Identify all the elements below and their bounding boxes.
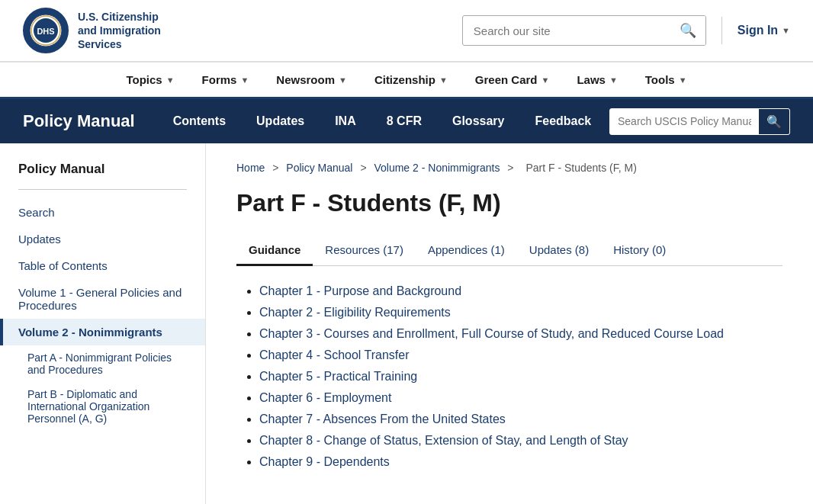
policy-bar-nav: Contents Updates INA 8 CFR Glossary Feed…	[158, 101, 607, 142]
breadcrumb-policy-manual[interactable]: Policy Manual	[286, 162, 352, 174]
tab-history[interactable]: History (0)	[601, 236, 678, 266]
chapter-list: Chapter 1 - Purpose and Background Chapt…	[236, 284, 782, 469]
breadcrumb: Home > Policy Manual > Volume 2 - Nonimm…	[236, 162, 782, 174]
laws-chevron-icon: ▼	[609, 75, 618, 85]
breadcrumb-sep-3: >	[507, 162, 513, 174]
sidebar-item-volume1[interactable]: Volume 1 - General Policies and Procedur…	[0, 279, 205, 319]
sign-in-chevron-icon: ▼	[782, 26, 790, 35]
policy-nav-8cfr[interactable]: 8 CFR	[371, 101, 437, 142]
chapter-9-link[interactable]: Chapter 9 - Dependents	[259, 455, 390, 468]
content-tabs: Guidance Resources (17) Appendices (1) U…	[236, 236, 782, 266]
sidebar-item-part-a[interactable]: Part A - Nonimmigrant Policies and Proce…	[0, 345, 205, 382]
nav-item-tools[interactable]: Tools ▼	[631, 63, 701, 97]
list-item: Chapter 2 - Eligibility Requirements	[259, 306, 782, 319]
tab-updates[interactable]: Updates (8)	[517, 236, 601, 266]
svg-text:DHS: DHS	[37, 27, 54, 36]
list-item: Chapter 1 - Purpose and Background	[259, 284, 782, 298]
sidebar-item-updates[interactable]: Updates	[0, 226, 205, 252]
policy-manual-bar: Policy Manual Contents Updates INA 8 CFR…	[0, 99, 813, 143]
breadcrumb-volume2[interactable]: Volume 2 - Nonimmigrants	[374, 162, 500, 174]
sidebar-item-toc[interactable]: Table of Contents	[0, 252, 205, 279]
policy-nav-glossary[interactable]: Glossary	[437, 101, 519, 142]
chapter-3-link[interactable]: Chapter 3 - Courses and Enrollment, Full…	[259, 327, 724, 340]
chapter-6-link[interactable]: Chapter 6 - Employment	[259, 391, 391, 404]
forms-chevron-icon: ▼	[240, 75, 249, 85]
sidebar-title: Policy Manual	[0, 162, 205, 189]
sidebar: Policy Manual Search Updates Table of Co…	[0, 143, 206, 504]
list-item: Chapter 9 - Dependents	[259, 455, 782, 469]
page-title: Part F - Students (F, M)	[236, 189, 782, 217]
policy-nav-feedback[interactable]: Feedback	[519, 101, 606, 142]
main-content: Home > Policy Manual > Volume 2 - Nonimm…	[206, 143, 813, 504]
list-item: Chapter 7 - Absences From the United Sta…	[259, 413, 782, 426]
breadcrumb-sep-2: >	[360, 162, 366, 174]
policy-nav-updates[interactable]: Updates	[241, 101, 320, 142]
chapter-5-link[interactable]: Chapter 5 - Practical Training	[259, 370, 417, 383]
policy-search-input[interactable]	[610, 110, 759, 133]
citizenship-chevron-icon: ▼	[439, 75, 448, 85]
policy-manual-title: Policy Manual	[23, 111, 135, 131]
sign-in-button[interactable]: Sign In ▼	[737, 24, 790, 37]
policy-nav-ina[interactable]: INA	[320, 101, 371, 142]
chapter-4-link[interactable]: Chapter 4 - School Transfer	[259, 348, 410, 361]
nav-item-green-card[interactable]: Green Card ▼	[461, 63, 564, 97]
breadcrumb-current: Part F - Students (F, M)	[525, 162, 636, 174]
topics-chevron-icon: ▼	[166, 75, 175, 85]
sign-in-label: Sign In	[737, 24, 778, 37]
policy-search-button[interactable]: 🔍	[759, 109, 789, 134]
list-item: Chapter 5 - Practical Training	[259, 370, 782, 384]
site-search-input[interactable]	[463, 18, 670, 43]
sidebar-divider	[18, 189, 187, 190]
nav-item-topics[interactable]: Topics ▼	[112, 63, 188, 97]
chapter-1-link[interactable]: Chapter 1 - Purpose and Background	[259, 284, 461, 297]
header-top: DHS U.S. Citizenship and Immigration Ser…	[0, 0, 813, 62]
list-item: Chapter 6 - Employment	[259, 391, 782, 405]
sidebar-item-search[interactable]: Search	[0, 199, 205, 226]
list-item: Chapter 8 - Change of Status, Extension …	[259, 434, 782, 448]
tab-appendices[interactable]: Appendices (1)	[416, 236, 517, 266]
list-item: Chapter 3 - Courses and Enrollment, Full…	[259, 327, 782, 341]
newsroom-chevron-icon: ▼	[339, 75, 347, 85]
nav-item-forms[interactable]: Forms ▼	[188, 63, 263, 97]
green-card-chevron-icon: ▼	[541, 75, 549, 85]
chapter-8-link[interactable]: Chapter 8 - Change of Status, Extension …	[259, 434, 628, 447]
site-search-button[interactable]: 🔍	[670, 16, 705, 45]
content-wrapper: Policy Manual Search Updates Table of Co…	[0, 143, 813, 504]
policy-search-box[interactable]: 🔍	[609, 108, 790, 135]
breadcrumb-home[interactable]: Home	[236, 162, 265, 174]
main-nav: Topics ▼ Forms ▼ Newsroom ▼ Citizenship …	[0, 62, 813, 99]
agency-name: U.S. Citizenship and Immigration Service…	[78, 10, 161, 52]
nav-item-citizenship[interactable]: Citizenship ▼	[361, 63, 461, 97]
sidebar-item-volume2[interactable]: Volume 2 - Nonimmigrants	[0, 319, 205, 345]
tools-chevron-icon: ▼	[679, 75, 687, 85]
header-divider	[721, 17, 722, 44]
nav-item-laws[interactable]: Laws ▼	[563, 63, 631, 97]
agency-logo: DHS	[23, 8, 69, 53]
sidebar-item-part-b[interactable]: Part B - Diplomatic and International Or…	[0, 382, 205, 431]
tab-guidance[interactable]: Guidance	[236, 236, 313, 266]
chapter-7-link[interactable]: Chapter 7 - Absences From the United Sta…	[259, 413, 506, 425]
breadcrumb-sep-1: >	[272, 162, 278, 174]
site-search-box[interactable]: 🔍	[462, 15, 706, 46]
header-right: 🔍 Sign In ▼	[462, 15, 790, 46]
policy-nav-contents[interactable]: Contents	[158, 101, 241, 142]
tab-resources[interactable]: Resources (17)	[313, 236, 416, 266]
list-item: Chapter 4 - School Transfer	[259, 348, 782, 362]
chapter-2-link[interactable]: Chapter 2 - Eligibility Requirements	[259, 306, 451, 319]
nav-item-newsroom[interactable]: Newsroom ▼	[262, 63, 361, 97]
logo-area: DHS U.S. Citizenship and Immigration Ser…	[23, 8, 161, 53]
